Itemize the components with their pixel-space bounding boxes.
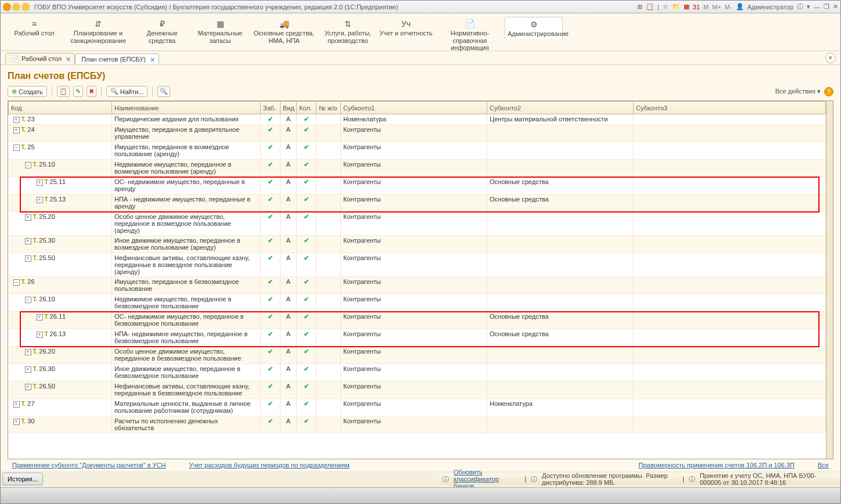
star-icon[interactable]: ☆	[663, 3, 669, 10]
favorites-icon[interactable]	[21, 3, 30, 11]
nav-item[interactable]: ⚙Администрирование	[505, 17, 563, 39]
cell-sub1: Контрагенты	[341, 195, 487, 212]
footer-link-all[interactable]: Все	[818, 462, 829, 469]
expand-icon[interactable]: +	[25, 384, 31, 390]
expand-icon[interactable]: +	[25, 238, 31, 244]
table-row[interactable]: +T.25.30Иное движимое имущество, передан…	[9, 236, 826, 253]
calendar-icon[interactable]: 31	[693, 3, 700, 10]
edit-button[interactable]: ✎	[73, 86, 83, 97]
toolbar-icon[interactable]: 📁	[672, 3, 680, 10]
nav-item[interactable]: ▦Материальные запасы	[191, 17, 249, 45]
nav-item[interactable]: ₽Денежные средства	[133, 17, 191, 45]
clear-search-button[interactable]: 🔍	[157, 86, 170, 97]
expand-icon[interactable]: −	[13, 145, 20, 151]
status-update-banks[interactable]: Обновить классификатор банков	[454, 469, 520, 489]
expand-icon[interactable]: +	[25, 255, 31, 262]
footer-link-1[interactable]: Применение субконто "Документы расчетов"…	[12, 462, 166, 469]
info-icon: ⓘ	[531, 475, 537, 484]
table-row[interactable]: +T.26.30Иное движимое имущество, передан…	[9, 364, 826, 381]
expand-icon[interactable]: −	[13, 279, 20, 286]
table-row[interactable]: +T26.11ОС- недвижимое имущество, передан…	[9, 312, 826, 329]
calc-mplus[interactable]: M+	[712, 3, 721, 10]
expand-icon[interactable]: −	[25, 162, 31, 168]
table-row[interactable]: +T.26.50Нефинансовые активы, составляющи…	[9, 381, 826, 399]
col-sub1[interactable]: Субконто1	[341, 102, 487, 114]
table-row[interactable]: +T.24Имущество, переданное в доверительн…	[9, 125, 826, 142]
history-button[interactable]: История...	[2, 473, 43, 485]
footer-link-3[interactable]: Правомерность применения счетов 106.2П и…	[638, 462, 795, 469]
expand-icon[interactable]: +	[37, 197, 43, 203]
col-vid[interactable]: Вид	[281, 102, 297, 114]
nav-item[interactable]: ⇵Планирование и санкционирование	[63, 17, 133, 45]
expand-icon[interactable]: +	[37, 179, 43, 186]
tab-close-icon[interactable]: ✕	[150, 56, 155, 64]
account-type-icon: T.	[33, 366, 38, 372]
table-row[interactable]: +T25.11ОС- недвижимое имущество, передан…	[9, 177, 826, 195]
help-button[interactable]: ?	[824, 87, 833, 96]
table-row[interactable]: +T.25.20Особо ценное движимое имущество,…	[9, 212, 826, 236]
tabs-dropdown-icon[interactable]: ▾	[825, 53, 836, 63]
cell-kol: ✔	[297, 329, 317, 347]
tab-plan-schetov[interactable]: План счетов (ЕПСБУ) ✕	[75, 53, 159, 64]
col-sub2[interactable]: Субконто2	[487, 102, 634, 114]
table-row[interactable]: +T.23Периодические издания для пользован…	[9, 114, 826, 125]
expand-icon[interactable]: +	[25, 366, 31, 373]
table-row[interactable]: −T.26Имущество, переданное в безвозмездн…	[9, 277, 826, 294]
nav-item[interactable]: 🚚Основные средства, НМА, НПА	[249, 17, 319, 45]
minimize-icon[interactable]: —	[814, 3, 820, 10]
close-icon[interactable]: ✕	[833, 3, 838, 10]
dropdown-icon[interactable]: ▾	[807, 3, 810, 10]
table-row[interactable]: +T25.13НПА - недвижимое имущество, перед…	[9, 195, 826, 212]
toolbar-icon[interactable]: |	[657, 3, 659, 10]
user-label[interactable]: Администратор	[747, 3, 793, 10]
expand-icon[interactable]: +	[37, 314, 43, 321]
expand-icon[interactable]: −	[25, 297, 31, 303]
cell-code: +T.23	[9, 114, 112, 125]
nav-item[interactable]: 📄Нормативно-справочная информация	[435, 17, 505, 53]
find-button[interactable]: 🔍 Найти...	[106, 86, 148, 97]
window-menu-icon[interactable]	[12, 3, 20, 11]
col-kol[interactable]: Кол.	[297, 102, 317, 114]
toolbar-icon[interactable]: ⊞	[637, 3, 642, 10]
table-row[interactable]: +T.25.50Нефинансовые активы, составляющи…	[9, 253, 826, 277]
expand-icon[interactable]: +	[37, 332, 43, 338]
cell-sub1: Контрагенты	[341, 399, 487, 416]
col-sub3[interactable]: Субконто3	[634, 102, 826, 114]
table-row[interactable]: +T.27Материальные ценности, выданные в л…	[9, 399, 826, 416]
scrollbar[interactable]	[826, 101, 833, 459]
table-row[interactable]: +T26.13НПА- недвижимое имущество, переда…	[9, 329, 826, 347]
col-zab[interactable]: Заб.	[261, 102, 281, 114]
calc-m[interactable]: M	[703, 3, 709, 10]
all-actions-button[interactable]: Все действия ▾	[775, 88, 821, 95]
nav-item[interactable]: ⇅Услуги, работы, производство	[319, 17, 377, 45]
expand-icon[interactable]: +	[25, 214, 31, 221]
delete-button[interactable]: ✖	[87, 86, 96, 97]
col-name[interactable]: Наименование	[112, 102, 261, 114]
page-title: План счетов (ЕПСБУ)	[8, 69, 833, 86]
footer-link-2[interactable]: Учет расходов будущих периодов по подраз…	[189, 462, 349, 469]
expand-icon[interactable]: +	[13, 419, 20, 425]
nav-item[interactable]: ≡Рабочий стол	[5, 17, 63, 38]
table-row[interactable]: +T.26.20Особо ценное движимое имущество,…	[9, 347, 826, 364]
expand-icon[interactable]: +	[13, 117, 20, 123]
info-icon[interactable]: ⓘ	[797, 2, 803, 11]
table-row[interactable]: +T.30Расчеты по исполнению денежных обяз…	[9, 416, 826, 433]
calendar-icon[interactable]: ▦	[684, 3, 689, 10]
calc-mminus[interactable]: M-	[725, 3, 732, 10]
table-row[interactable]: −T.26.10Недвижимое имущество, переданное…	[9, 294, 826, 312]
create-button[interactable]: ⊕ Создать	[8, 86, 47, 97]
expand-icon[interactable]: +	[25, 349, 31, 355]
table-row[interactable]: −T.25.10Недвижимое имущество, переданное…	[9, 160, 826, 177]
nav-item[interactable]: УчУчет и отчетность	[377, 17, 435, 38]
expand-icon[interactable]: +	[13, 401, 20, 408]
accounts-grid[interactable]: Код Наименование Заб. Вид Кол. № ж/о Суб…	[8, 101, 826, 459]
toolbar-icon[interactable]: 📋	[646, 3, 654, 10]
table-row[interactable]: −T.25Имущество, переданное в возмездное …	[9, 142, 826, 160]
maximize-icon[interactable]: ❐	[824, 3, 829, 10]
col-code[interactable]: Код	[9, 102, 112, 114]
expand-icon[interactable]: +	[13, 127, 20, 134]
tab-close-icon[interactable]: ✕	[66, 56, 71, 63]
tab-desktop[interactable]: 📄 Рабочий стол ✕	[5, 53, 75, 64]
copy-button[interactable]: 📋	[57, 86, 70, 97]
col-nzo[interactable]: № ж/о	[317, 102, 341, 114]
